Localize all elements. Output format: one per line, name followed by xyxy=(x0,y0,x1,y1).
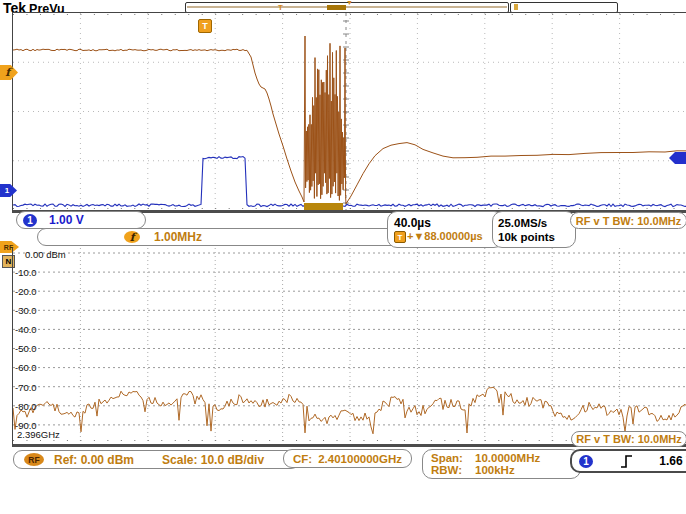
trigger-level: 1.66 V xyxy=(659,454,686,468)
trigger-readout: 1 1.66 V xyxy=(570,449,686,473)
spectrum-time-tick xyxy=(514,4,518,10)
rfvt-bw-value: RF v T BW: 10.0MHz xyxy=(576,215,682,227)
horizontal-readout: 40.0µs T+▼88.00000µs xyxy=(387,211,504,248)
spectrum-graticule: 0.00 dBm -10.0 -20.0 -30.0 -40.0 -50.0 -… xyxy=(12,248,686,447)
rf-scale: Scale: 10.0 dB/div xyxy=(162,453,264,467)
trigger-source-badge-icon: 1 xyxy=(579,455,593,468)
spectrum-time-segment xyxy=(327,5,346,10)
ref-level-label: 0.00 dBm xyxy=(25,249,95,260)
channel1-badge-icon: 1 xyxy=(23,214,37,227)
trigger-delay-icon: T xyxy=(394,231,406,243)
delay-readout: T+▼88.00000µs xyxy=(394,230,483,244)
span-rbw-readout: Span:10.0000MHz RBW:100kHz xyxy=(422,449,581,479)
sample-rate: 25.0MS/s xyxy=(498,216,547,230)
rf-ref-level: Ref: 0.00 dBm xyxy=(54,453,134,467)
y-axis-label: -60.0 xyxy=(15,362,59,373)
rising-edge-icon xyxy=(620,454,633,469)
start-frequency-label: 2.396GHz xyxy=(17,429,87,440)
y-axis-label: -20.0 xyxy=(15,286,59,297)
spectrum-rf-bandwidth-readout: RF v T BW: 10.0MHz xyxy=(571,431,686,447)
acquisition-waveform-line xyxy=(187,6,507,8)
expansion-point-icon: ▼ xyxy=(346,0,353,6)
rbw-label: RBW: xyxy=(431,464,475,476)
y-axis-label: -80.0 xyxy=(15,401,59,412)
acq-trigger-marker-icon: T xyxy=(278,4,283,12)
rf-vs-time-bandwidth-readout: RF v T BW: 10.0MHz xyxy=(570,212,686,229)
record-length: 10k points xyxy=(498,230,555,244)
span-label: Span: xyxy=(431,452,475,464)
spectrum-center-frequency-readout: CF: 2.40100000GHz xyxy=(283,449,412,468)
acquisition-readout: 25.0MS/s 10k points xyxy=(492,211,576,248)
delay-arrows-icon: +▼ xyxy=(407,230,424,242)
y-axis-label: -30.0 xyxy=(15,305,59,316)
y-axis-label: -40.0 xyxy=(15,324,59,335)
spectrum-rfvt-bw-value: RF v T BW: 10.0MHz xyxy=(576,433,682,445)
rbw-value: 100kHz xyxy=(475,464,515,476)
trigger-time-icon: T xyxy=(198,19,212,33)
horizontal-scale: 40.0µs xyxy=(394,216,431,230)
channel1-readout: 1 1.00 V xyxy=(16,211,146,229)
delay-value: 88.00000µs xyxy=(424,230,482,242)
rf-reference-readout: RF Ref: 0.00 dBm Scale: 10.0 dB/div xyxy=(13,450,300,469)
spectrum-cf-value: 2.40100000GHz xyxy=(318,453,402,465)
spectrum-plot xyxy=(13,248,686,444)
y-axis-label: -10.0 xyxy=(15,267,59,278)
y-axis-label: -50.0 xyxy=(15,343,59,354)
time-domain-plot xyxy=(13,13,686,210)
time-domain-graticule: T xyxy=(12,12,686,213)
y-axis-label: -70.0 xyxy=(15,382,59,393)
rf-trace-scale: 1.00MHz xyxy=(154,230,202,244)
spectrum-time-indicator-bar xyxy=(304,203,343,210)
rf-frequency-badge-icon: f xyxy=(124,231,140,243)
span-value: 10.0000MHz xyxy=(475,452,540,464)
oscilloscope-screen: TekPreVu T ▼ T f 1 RF N 1 1.00 V f 1.00M… xyxy=(0,0,686,514)
channel1-scale: 1.00 V xyxy=(49,213,84,227)
spectrum-cf-label: CF: xyxy=(293,453,312,465)
rf-badge-icon: RF xyxy=(24,453,44,466)
